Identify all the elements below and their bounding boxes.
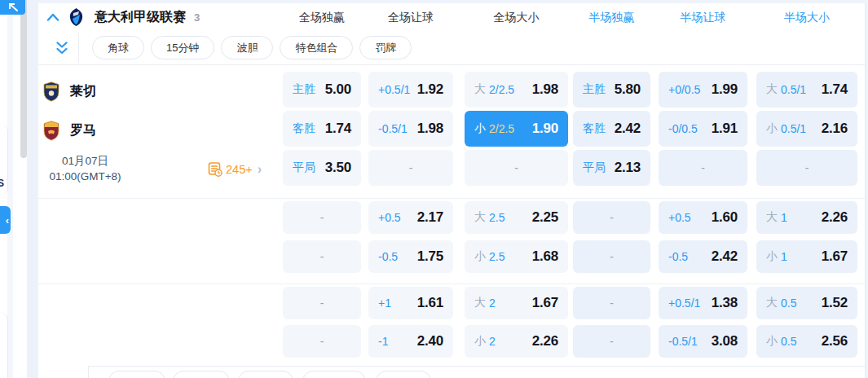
odds-label: -0.5/1 [668,335,698,348]
odds-label: -0/0.5 [668,122,698,135]
odds-cell[interactable]: 小2.51.68 [465,240,568,273]
odds-cell[interactable]: 主胜5.80 [573,72,650,108]
odds-cell-empty: - [573,287,650,319]
league-title: 意大利甲级联赛 [95,9,186,26]
left-gutter-band [27,0,38,378]
column-header-halftime-1x2[interactable]: 半场独赢 [573,9,650,25]
odds-cell-empty: - [368,150,453,186]
odds-value: 2.17 [417,209,443,226]
odds-value: 2.26 [532,333,558,349]
filter-pill-15min[interactable]: 15分钟 [151,36,214,59]
odds-label: 小0.5/1 [766,121,806,136]
odds-cell[interactable]: +0/0.51.99 [659,72,747,108]
odds-cell[interactable]: +0.52.17 [368,201,453,234]
league-match-count: 3 [194,11,200,24]
odds-value: 2.42 [615,121,641,137]
odds-cell[interactable]: 大2/2.51.98 [465,72,568,108]
filter-pill-correct-score[interactable]: 波胆 [221,36,273,59]
odds-label: +0/0.5 [668,83,700,96]
odds-cell-empty: - [659,150,747,186]
group-separator [38,198,865,199]
odds-label: 小1 [766,249,787,264]
odds-cell[interactable]: 平局3.50 [283,150,361,186]
divider [88,366,866,367]
cutoff-text-fragment: S [0,178,4,189]
odds-value: 1.74 [822,81,848,98]
home-team-row[interactable]: 莱切 [38,72,283,111]
odds-label: 小0.5 [766,334,796,349]
odds-cell[interactable]: 主胜5.00 [283,72,361,108]
odds-label: 平局 [583,160,606,175]
odds-cell[interactable]: -0.5/13.08 [659,325,747,358]
odds-cell[interactable]: +0.5/11.38 [659,287,747,319]
odds-label: +0.5/1 [668,297,700,310]
odds-value: 2.13 [615,160,641,176]
odds-cell[interactable]: 小0.5/12.16 [756,111,857,147]
odds-cell-empty: - [573,201,650,234]
match-time: 01:00(GMT+8) [38,169,132,184]
odds-cell[interactable]: 小0.52.56 [756,325,857,358]
cutoff-left-panel-bottom [0,312,8,378]
odds-value: 1.67 [822,248,848,265]
odds-cell-selected[interactable]: 小2/2.51.90 [465,111,568,147]
odds-cell[interactable]: 大21.67 [465,287,568,319]
scrollbar-thumb[interactable] [20,0,27,158]
odds-cell[interactable]: 客胜1.74 [283,111,361,147]
odds-value: 2.26 [822,209,848,226]
odds-cell[interactable]: -0.52.42 [659,240,747,273]
odds-cell[interactable]: -0.51.75 [368,240,453,273]
away-team-row[interactable]: 罗马 [38,111,283,150]
odds-cell-empty: - [283,240,361,273]
odds-label: -0.5/1 [378,122,408,135]
odds-value: 1.68 [532,248,558,265]
odds-cell[interactable]: -0/0.51.91 [659,111,747,147]
chevron-right-icon: › [258,162,262,177]
odds-cell[interactable]: 大0.51.52 [756,287,857,319]
odds-value: 1.74 [325,121,351,137]
odds-label: 大1 [766,210,787,225]
more-markets-link[interactable]: 245+ › [208,150,262,189]
odds-cell[interactable]: 大2.52.25 [465,201,568,234]
roma-crest-icon [43,121,59,141]
filter-pill-corners[interactable]: 角球 [92,36,144,59]
odds-cell[interactable]: +0.5/11.92 [368,72,453,108]
odds-value: 2.42 [712,248,738,265]
odds-label: 大2.5 [474,210,504,225]
odds-value: 5.80 [615,81,641,98]
odds-cell[interactable]: -12.40 [368,325,453,358]
odds-label: -1 [378,335,388,348]
odds-cell[interactable]: +0.51.60 [659,201,747,234]
divider [78,33,79,63]
serie-a-logo-icon [68,7,85,27]
odds-cell[interactable]: 大0.5/11.74 [756,72,857,108]
cutoff-pill [238,371,293,378]
collapse-sidebar-button[interactable]: ‹ [0,206,11,234]
odds-cell[interactable]: +11.61 [368,287,453,319]
filter-pill-specials[interactable]: 特色组合 [280,36,353,59]
filter-pill-cards[interactable]: 罚牌 [359,36,412,59]
odds-cell[interactable]: 平局2.13 [573,150,650,186]
odds-cell-empty: - [283,325,361,358]
odds-value: 2.16 [822,121,848,137]
odds-label: +0.5 [378,211,401,224]
column-header-halftime-overunder[interactable]: 半场大小 [756,9,857,25]
odds-cell[interactable]: 客胜2.42 [573,111,650,147]
match-date: 01月07日 [38,153,132,169]
odds-cell[interactable]: 大12.26 [756,201,857,234]
odds-label: 大2/2.5 [474,82,514,97]
odds-cell[interactable]: 小11.67 [756,240,857,273]
column-header-halftime-handicap[interactable]: 半场让球 [659,9,747,25]
odds-cell-empty: - [573,240,650,273]
odds-value: 2.40 [417,333,443,349]
odds-label: 大0.5/1 [766,82,806,97]
odds-cell[interactable]: -0.5/11.98 [368,111,453,147]
collapse-league-button[interactable] [46,13,59,21]
cutoff-pill [173,371,230,378]
odds-cell[interactable]: 小22.26 [465,325,568,358]
odds-label: -0.5 [668,250,688,263]
away-team-name: 罗马 [70,122,96,139]
back-button[interactable] [0,0,25,15]
expand-all-button[interactable] [56,42,68,59]
divider [88,366,89,378]
markets-count: 245+ [226,163,253,176]
